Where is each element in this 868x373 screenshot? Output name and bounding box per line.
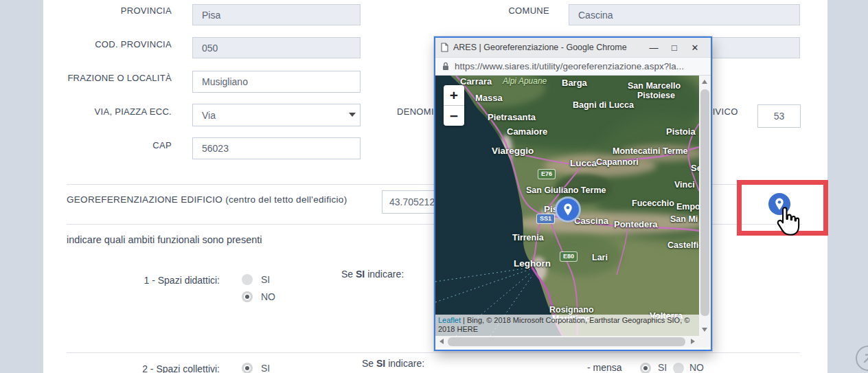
popup-content: CarraraAlpi ApuaneBargaSan MarcelloPisto…	[435, 76, 711, 348]
horizontal-scroll-thumb[interactable]	[448, 337, 685, 346]
row1-note-pre: Se	[341, 269, 356, 280]
provincia-label: PROVINCIA	[55, 5, 172, 16]
popup-vertical-scrollbar[interactable]	[699, 76, 711, 336]
road-shield-ss1: SS1	[537, 214, 554, 223]
cap-label: CAP	[55, 140, 172, 150]
scroll-to-top-button[interactable]	[856, 346, 868, 371]
row2-note-bold: SI	[376, 358, 385, 369]
civico-field[interactable]: 53	[757, 104, 801, 128]
attribution-text: | Bing, © 2018 Microsoft Corporation, Ea…	[438, 316, 689, 333]
popup-url: https://www.siares.it/utility/georeferen…	[455, 61, 684, 71]
row1-note: Se SI indicare:	[341, 269, 404, 280]
mensa-no-label: NO	[689, 362, 704, 373]
popup-window-title: ARES | Georeferenziazione - Google Chrom…	[453, 43, 643, 52]
select-dropdown-arrow-icon	[349, 113, 356, 117]
row2-label: 2 - Spazi collettivi:	[69, 363, 220, 373]
map-marker[interactable]	[557, 199, 579, 221]
via-label: VIA, PIAZZA ECC.	[55, 106, 172, 117]
cod-provincia-label: COD. PROVINCIA	[55, 39, 172, 49]
cod-provincia-field[interactable]: 050	[192, 37, 361, 58]
maximize-button[interactable]: □	[664, 38, 685, 57]
frazione-field[interactable]: Musigliano	[192, 71, 361, 93]
scroll-up-arrow[interactable]	[702, 80, 707, 84]
divider	[67, 352, 800, 353]
arrow-up-right-icon	[857, 347, 868, 370]
row2-note: Se SI indicare:	[362, 358, 424, 369]
minimize-button[interactable]: —	[643, 38, 664, 57]
row2-note-pre: Se	[362, 358, 376, 369]
mensa-label: - mensa	[587, 362, 622, 373]
popup-title-bar[interactable]: ARES | Georeferenziazione - Google Chrom…	[435, 38, 711, 58]
mensa-si-label: SI	[658, 362, 667, 373]
comune-label: COMUNE	[474, 5, 549, 16]
row1-note-bold: SI	[356, 269, 365, 280]
frazione-label: FRAZIONE O LOCALITÀ	[55, 73, 172, 83]
mensa-radio-si[interactable]	[640, 363, 651, 373]
scroll-left-arrow[interactable]	[439, 339, 444, 344]
row2-radio-si[interactable]	[242, 363, 253, 373]
leaflet-attribution-link[interactable]: Leaflet	[438, 316, 461, 324]
zoom-in-button[interactable]: +	[444, 85, 464, 106]
row1-label: 1 - Spazi didattici:	[69, 275, 220, 286]
cursor-pointer-icon	[772, 207, 801, 241]
popup-url-bar[interactable]: https://www.siares.it/utility/georeferen…	[435, 58, 711, 76]
georeferenziazione-popup-window: ARES | Georeferenziazione - Google Chrom…	[434, 36, 712, 351]
via-select[interactable]: Via	[192, 104, 361, 126]
row1-si-label: SI	[261, 274, 270, 285]
leaflet-map[interactable]: CarraraAlpi ApuaneBargaSan MarcelloPisto…	[435, 76, 699, 336]
cap-field[interactable]: 56023	[192, 137, 361, 159]
provincia-field[interactable]: Pisa	[192, 4, 361, 25]
map-pin-icon	[560, 201, 576, 218]
row2-si-label: SI	[261, 363, 270, 373]
row2-note-post: indicare:	[385, 358, 424, 369]
lock-icon	[442, 62, 449, 71]
vertical-scroll-thumb[interactable]	[700, 89, 709, 316]
map-zoom-control: + −	[444, 85, 464, 126]
zoom-out-button[interactable]: −	[444, 106, 464, 126]
civico-label: CIVICO	[706, 106, 747, 117]
row1-radio-no[interactable]	[242, 291, 253, 302]
row1-note-post: indicare:	[365, 269, 404, 280]
row1-radio-si[interactable]	[242, 274, 253, 285]
scrollbar-corner	[699, 336, 711, 348]
georef-label: GEOREFERENZIAZIONE EDIFICIO (centro del …	[67, 194, 389, 205]
page-document-icon	[441, 43, 448, 52]
scroll-down-arrow[interactable]	[702, 328, 707, 332]
row1-no-label: NO	[261, 291, 275, 302]
close-button[interactable]: ✕	[685, 38, 705, 57]
scroll-right-arrow[interactable]	[691, 339, 695, 344]
screen: PROVINCIA Pisa COD. PROVINCIA 050 FRAZIO…	[0, 0, 868, 373]
popup-horizontal-scrollbar[interactable]	[435, 336, 699, 348]
road-shield-e76: E76	[538, 170, 555, 179]
comune-field[interactable]: Cascina	[569, 4, 800, 25]
road-shield-e80: E80	[560, 252, 577, 261]
ambiti-heading: indicare quali ambiti funzionali sono pr…	[67, 234, 262, 245]
mensa-radio-no[interactable]	[673, 363, 684, 373]
map-attribution: Leaflet | Bing, © 2018 Microsoft Corpora…	[435, 315, 699, 336]
